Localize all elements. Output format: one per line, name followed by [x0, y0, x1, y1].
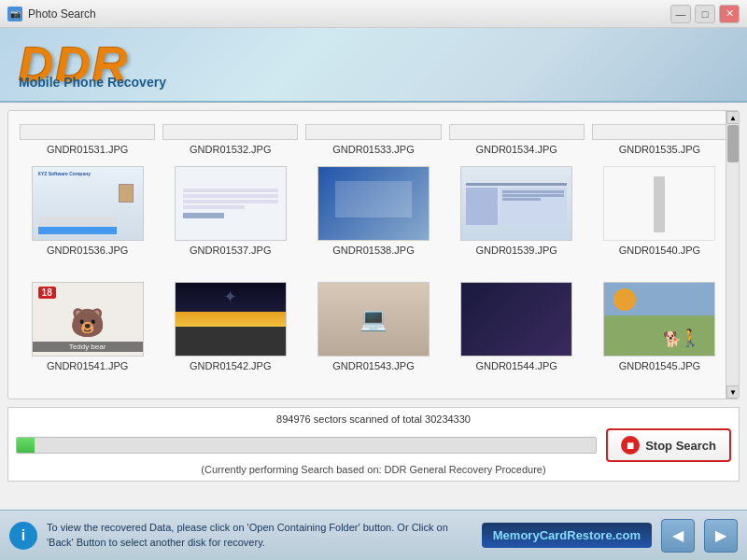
thumbnail [20, 124, 155, 140]
thumbnail: 18 🐻 Teddy bear [32, 282, 144, 357]
app-subtitle: Mobile Phone Recovery [19, 75, 166, 90]
photo-name: GNDR01534.JPG [475, 144, 557, 155]
thumbnail [162, 124, 298, 140]
list-item[interactable]: ✦ GNDR01542.JPG [159, 276, 302, 391]
photo-name: GNDR01531.JPG [47, 144, 128, 155]
list-item[interactable]: GNDR01533.JPG [302, 119, 444, 161]
photo-name: GNDR01535.JPG [619, 144, 700, 155]
thumbnail [460, 166, 572, 241]
app-header: DDR Mobile Phone Recovery [0, 28, 747, 103]
progress-status: (Currently performing Search based on: D… [16, 464, 731, 475]
title-bar-left: 📷 Photo Search [7, 7, 96, 21]
photo-name: GNDR01538.JPG [332, 245, 414, 256]
close-button[interactable]: ✕ [719, 5, 740, 23]
stop-search-label: Stop Search [645, 439, 716, 453]
photo-name: GNDR01543.JPG [332, 360, 414, 371]
app-icon: 📷 [7, 7, 22, 21]
thumbnail: XYZ Software Company [32, 166, 144, 241]
list-item[interactable]: GNDR01538.JPG [302, 161, 444, 275]
scrollbar-track[interactable]: ▲ ▼ [726, 111, 739, 399]
scroll-down-button[interactable]: ▼ [726, 385, 740, 399]
photo-name: GNDR01544.JPG [475, 360, 557, 371]
photo-name: GNDR01541.JPG [47, 360, 128, 371]
photo-name: GNDR01539.JPG [475, 245, 557, 256]
next-button[interactable]: ▶ [704, 519, 738, 553]
stop-icon: ⏹ [621, 436, 640, 455]
thumbnail [175, 166, 287, 241]
photo-name: GNDR01533.JPG [332, 144, 414, 155]
progress-row: ⏹ Stop Search [16, 428, 731, 462]
list-item[interactable]: GNDR01540.JPG [588, 161, 731, 275]
photo-name: GNDR01540.JPG [619, 245, 700, 256]
scrollbar-thumb[interactable] [727, 125, 739, 162]
list-item[interactable]: GNDR01544.JPG [445, 276, 588, 391]
list-item[interactable]: GNDR01535.JPG [588, 119, 731, 161]
list-item[interactable]: 💻 GNDR01543.JPG [302, 276, 444, 391]
progress-bar-container [16, 437, 597, 454]
progress-bar-fill [17, 438, 35, 453]
photo-name: GNDR01542.JPG [190, 360, 271, 371]
list-item[interactable]: GNDR01539.JPG [445, 161, 588, 275]
thumbnail: 💻 [317, 282, 430, 357]
stop-search-button[interactable]: ⏹ Stop Search [606, 428, 731, 462]
thumbnail [305, 124, 441, 140]
photo-name: GNDR01536.JPG [47, 245, 128, 256]
photo-name: GNDR01537.JPG [190, 245, 271, 256]
bottom-bar: i To view the recovered Data, please cli… [0, 510, 747, 560]
scroll-up-button[interactable]: ▲ [726, 111, 740, 124]
list-item[interactable]: XYZ Software Company GNDR01536.JPG [16, 161, 159, 275]
progress-area: 894976 sectors scanned of total 30234330… [7, 407, 740, 482]
back-button[interactable]: ◀ [661, 519, 695, 553]
sectors-info: 894976 sectors scanned of total 30234330 [16, 413, 731, 425]
minimize-button[interactable]: — [670, 5, 691, 23]
brand-label: MemoryCardRestore.com [482, 523, 652, 548]
thumbnail [317, 166, 430, 241]
photo-name: GNDR01532.JPG [190, 144, 271, 155]
photo-grid: GNDR01531.JPG GNDR01532.JPG GNDR01533.JP… [8, 111, 739, 399]
thumbnail: ✦ [175, 282, 287, 357]
info-text: To view the recovered Data, please click… [47, 521, 472, 550]
list-item[interactable]: 🚶 🐕 GNDR01545.JPG [588, 276, 731, 391]
list-item[interactable]: GNDR01537.JPG [159, 161, 302, 275]
thumbnail [592, 124, 727, 140]
thumbnail [460, 282, 572, 357]
photo-grid-container: GNDR01531.JPG GNDR01532.JPG GNDR01533.JP… [7, 110, 740, 399]
thumbnail: 🚶 🐕 [603, 282, 715, 357]
list-item[interactable]: 18 🐻 Teddy bear GNDR01541.JPG [16, 276, 159, 391]
maximize-button[interactable]: □ [695, 5, 715, 23]
list-item[interactable]: GNDR01534.JPG [445, 119, 588, 161]
info-icon: i [9, 522, 37, 550]
app-title: Photo Search [28, 7, 96, 21]
list-item[interactable]: GNDR01531.JPG [16, 119, 159, 161]
thumbnail [603, 166, 715, 241]
thumbnail [449, 124, 585, 140]
list-item[interactable]: GNDR01532.JPG [159, 119, 302, 161]
photo-name: GNDR01545.JPG [619, 360, 700, 371]
title-controls: — □ ✕ [670, 5, 740, 23]
title-bar: 📷 Photo Search — □ ✕ [0, 0, 747, 28]
